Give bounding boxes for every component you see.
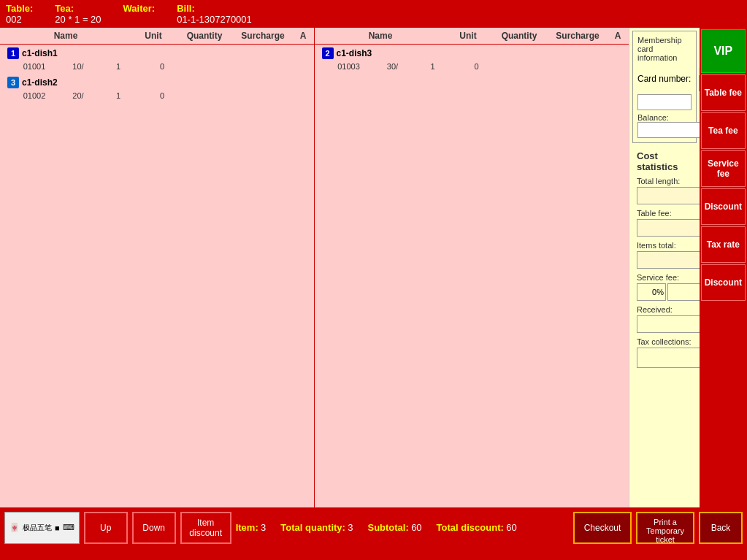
tax-rate-button[interactable]: Tax rate xyxy=(701,226,746,263)
dish-details-3: 01002 20/ 1 0 xyxy=(4,90,310,101)
dish-qty-2: 1 xyxy=(411,62,455,71)
table-fee-input[interactable] xyxy=(637,219,700,237)
down-button[interactable]: Down xyxy=(132,512,176,544)
balance-label: Balance: xyxy=(637,113,700,122)
service-fee-val-input[interactable] xyxy=(667,283,700,301)
col-a-left: A xyxy=(292,28,314,44)
col-unit-right: Unit xyxy=(446,28,490,44)
col-unit-left: Unit xyxy=(131,28,175,44)
waiter-label: Waiter: xyxy=(123,3,156,14)
balance-field: Balance: xyxy=(637,113,700,138)
items-total-field: Items total: xyxy=(637,241,700,269)
tax-collections-input[interactable] xyxy=(637,348,700,368)
tax-collections-row: Tax collections: xyxy=(637,337,692,368)
dish-title-3: c1-dish2 xyxy=(22,77,58,88)
received-row: Received: Sales tax: Additional tax xyxy=(637,305,692,333)
dish-unit-1: 10/ xyxy=(60,62,96,71)
dish-code-2: 01003 xyxy=(323,62,375,71)
col-name-right: Name xyxy=(315,28,446,44)
membership-title: Membership card information xyxy=(637,36,692,62)
dish-details-2: 01003 30/ 1 0 xyxy=(319,61,625,72)
header-table: Table: 002 xyxy=(6,3,33,25)
right-panel: Membership card information Card number:… xyxy=(629,28,700,507)
dish-number-2: 2 xyxy=(322,47,334,59)
dish-name-3: 3 c1-dish2 xyxy=(4,75,310,90)
total-length-input[interactable] xyxy=(637,187,700,204)
dish-title-2: c1-dish3 xyxy=(337,48,372,58)
left-dishes: 1 c1-dish1 01001 10/ 1 0 3 c1-di xyxy=(0,45,315,507)
dish-code-1: 01001 xyxy=(9,62,60,71)
bill-label: Bill: xyxy=(177,3,195,14)
received-input[interactable] xyxy=(637,315,700,333)
dish-surcharge-3: 0 xyxy=(140,91,184,100)
checkout-button[interactable]: Checkout xyxy=(573,512,632,544)
card-number-input[interactable] xyxy=(637,94,692,110)
col-qty-left: Quantity xyxy=(175,28,234,44)
column-headers: Name Unit Quantity Surcharge A Name Unit… xyxy=(0,28,629,45)
membership-section: Membership card information Card number:… xyxy=(632,31,697,143)
dish-a-3 xyxy=(184,91,213,100)
cost-section: Cost statistics Total length: Discount t… xyxy=(632,146,697,377)
footer: 🀄 极品五笔 ■ ⌨ Up Down Item discount Item: 3… xyxy=(0,507,747,548)
dish-number-1: 1 xyxy=(7,47,19,59)
print-temp-button[interactable]: Print a Temporary ticket xyxy=(636,512,694,544)
dish-a-1 xyxy=(184,62,213,71)
list-item[interactable]: 3 c1-dish2 01002 20/ 1 0 xyxy=(0,74,314,103)
header-bill: Bill: 01-1-1307270001 xyxy=(177,3,252,25)
dish-title-1: c1-dish1 xyxy=(22,48,58,58)
rows-container: 1 c1-dish1 01001 10/ 1 0 3 c1-di xyxy=(0,45,629,507)
service-fee-label: Service fee: xyxy=(637,273,700,282)
header-tea: Tea: 20 * 1 = 20 xyxy=(55,3,101,25)
service-fee-pct-input[interactable] xyxy=(637,283,666,301)
col-surcharge-right: Surcharge xyxy=(548,28,607,44)
table-label: Table: xyxy=(6,3,33,14)
dish-name-1: 1 c1-dish1 xyxy=(4,46,310,61)
total-discount-label: Total discount: xyxy=(437,522,504,533)
balance-input[interactable] xyxy=(637,122,700,138)
col-header-right: Name Unit Quantity Surcharge A xyxy=(314,28,629,44)
item-label: Item: xyxy=(236,522,258,533)
table-value: 002 xyxy=(6,14,33,25)
dish-code-3: 01002 xyxy=(9,91,60,100)
dish-unit-2: 30/ xyxy=(375,62,411,71)
dish-surcharge-2: 0 xyxy=(455,62,499,71)
items-total-label: Items total: xyxy=(637,241,700,250)
col-header-left: Name Unit Quantity Surcharge A xyxy=(0,28,314,44)
service-discount-row: Service fee: Discount: Zero: xyxy=(637,273,692,301)
dish-number-3: 3 xyxy=(7,77,19,88)
table-fee-button[interactable]: Table fee xyxy=(701,74,746,111)
tax-collections-field: Tax collections: xyxy=(637,337,700,368)
right-dishes: 2 c1-dish3 01003 30/ 1 0 xyxy=(315,45,629,507)
back-button[interactable]: Back xyxy=(699,512,743,544)
item-value: 3 xyxy=(261,522,266,533)
dish-a-2 xyxy=(499,62,528,71)
list-item[interactable]: 1 c1-dish1 01001 10/ 1 0 xyxy=(0,45,314,74)
items-total-input[interactable] xyxy=(637,251,700,269)
tea-fee-button[interactable]: Tea fee xyxy=(701,112,746,149)
total-discount-value: 60 xyxy=(506,522,516,533)
up-button[interactable]: Up xyxy=(84,512,128,544)
dish-qty-3: 1 xyxy=(96,91,140,100)
total-length-label: Total length: xyxy=(637,177,700,185)
col-qty-right: Quantity xyxy=(490,28,548,44)
total-qty-label: Total quantity: xyxy=(280,522,345,533)
col-name-left: Name xyxy=(0,28,131,44)
length-row: Total length: Discount time: xyxy=(637,177,692,204)
discount2-button[interactable]: Discount xyxy=(701,264,746,301)
received-label: Received: xyxy=(637,305,700,314)
service-fee-field: Service fee: xyxy=(637,273,700,301)
fee-row: Table fee: Tea fee: xyxy=(637,209,692,237)
subtotal-value: 60 xyxy=(411,522,421,533)
col-surcharge-left: Surcharge xyxy=(234,28,292,44)
tea-value: 20 * 1 = 20 xyxy=(55,14,101,25)
total-length-field: Total length: xyxy=(637,177,700,204)
service-fee-button[interactable]: Service fee xyxy=(701,150,746,187)
discount1-button[interactable]: Discount xyxy=(701,188,746,225)
vip-button[interactable]: VIP xyxy=(701,29,746,73)
header-waiter: Waiter: xyxy=(123,3,156,25)
dish-name-2: 2 c1-dish3 xyxy=(319,46,625,61)
main-container: Name Unit Quantity Surcharge A Name Unit… xyxy=(0,28,747,507)
received-field: Received: xyxy=(637,305,700,333)
list-item[interactable]: 2 c1-dish3 01003 30/ 1 0 xyxy=(315,45,629,74)
item-discount-button[interactable]: Item discount xyxy=(180,512,231,544)
